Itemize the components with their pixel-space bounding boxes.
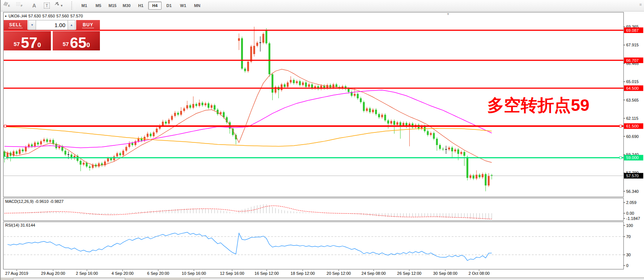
svg-text:65.015: 65.015 [626, 79, 639, 84]
svg-text:70: 70 [626, 234, 631, 239]
ask-prefix: 57 [63, 41, 69, 47]
sell-button[interactable]: SELL [4, 20, 27, 30]
svg-text:0.00: 0.00 [626, 211, 634, 215]
chart-tab[interactable] [200, 278, 644, 280]
svg-text:100: 100 [626, 223, 633, 228]
svg-text:10 Sep 16:00: 10 Sep 16:00 [182, 271, 206, 276]
buy-button[interactable]: BUY [76, 20, 100, 30]
symbol-info: ▲UKOil-,H457.63057.65057.56057.570 [4, 14, 84, 18]
ohlc-low: 57.560 [56, 14, 69, 18]
svg-text:16 Sep 12:00: 16 Sep 12:00 [254, 271, 279, 276]
svg-text:20 Sep 12:00: 20 Sep 12:00 [326, 271, 351, 276]
chart-tab[interactable] [13, 278, 125, 280]
ohlc-high: 57.650 [42, 14, 55, 18]
panel-frames [3, 12, 624, 269]
candlestick-layer [4, 27, 493, 191]
svg-text:18 Sep 12:00: 18 Sep 12:00 [290, 271, 315, 276]
svg-text:-1.1847: -1.1847 [626, 216, 640, 221]
svg-text:0: 0 [626, 263, 628, 268]
svg-text:57.570: 57.570 [626, 174, 639, 178]
symbol-name: UKOil-,H4 [9, 14, 27, 18]
svg-text:30 Sep 08:00: 30 Sep 08:00 [433, 271, 457, 276]
svg-text:27 Aug 2019: 27 Aug 2019 [5, 271, 28, 276]
macd-label: MACD(12,26,9) -0.9610 -0.9827 [5, 199, 64, 204]
ohlc-close: 57.570 [70, 14, 83, 18]
ask-sup: 0 [87, 42, 90, 49]
ask-price-panel[interactable]: 57650 [53, 31, 100, 50]
moving-averages-layer [4, 69, 492, 166]
rsi-label: RSI(14) 31.6144 [5, 223, 35, 227]
gridlines-layer [4, 176, 624, 255]
chart-annotation-text: 多空转折点59 [487, 94, 610, 116]
arrows-icon [54, 1, 60, 6]
svg-text:4 Sep 20:00: 4 Sep 20:00 [111, 271, 133, 276]
bid-sup: 0 [38, 42, 41, 49]
svg-text:69.087: 69.087 [626, 28, 639, 33]
chart-shift-marker-icon[interactable]: ▼ [446, 12, 450, 16]
svg-text:63.565: 63.565 [626, 98, 639, 102]
svg-text:61.500: 61.500 [626, 124, 639, 128]
time-axis: 27 Aug 201929 Aug 20:002 Sep 16:004 Sep … [5, 270, 489, 276]
indicator-hatch-icon [3, 1, 9, 6]
svg-text:2.059: 2.059 [626, 200, 637, 205]
svg-text:66.707: 66.707 [626, 58, 639, 63]
svg-text:29 Aug 20:00: 29 Aug 20:00 [41, 271, 65, 276]
bid-prefix: 57 [14, 41, 20, 47]
svg-text:26 Sep 12:00: 26 Sep 12:00 [397, 271, 421, 276]
chart-tabs-strip [1, 277, 644, 280]
ask-main: 65 [70, 36, 87, 49]
grid-dots-icon [16, 1, 21, 6]
price-axis: 69.36567.91566.46565.01563.56562.11560.6… [624, 24, 643, 268]
svg-text:60.690: 60.690 [626, 134, 639, 139]
trading-terminal-window: 69.36567.91566.46565.01563.56562.11560.6… [0, 0, 644, 280]
ma-fast [4, 69, 492, 166]
ohlc-open: 57.630 [28, 14, 41, 18]
svg-text:30: 30 [626, 253, 631, 257]
svg-text:2 Oct 08:00: 2 Oct 08:00 [469, 271, 490, 276]
svg-text:62.115: 62.115 [626, 116, 638, 121]
svg-text:67.915: 67.915 [626, 43, 639, 47]
volume-increase-button[interactable]: ▲ [68, 20, 75, 30]
svg-text:2 Sep 16:00: 2 Sep 16:00 [76, 271, 98, 276]
bid-price-panel[interactable]: 57570 [4, 31, 51, 50]
svg-text:56.340: 56.340 [626, 189, 639, 194]
svg-text:24 Sep 08:00: 24 Sep 08:00 [361, 271, 386, 276]
bid-main: 57 [21, 36, 38, 49]
svg-text:59.000: 59.000 [626, 155, 639, 160]
svg-text:6 Sep 20:00: 6 Sep 20:00 [147, 271, 169, 276]
expand-arrow-icon[interactable]: ▲ [4, 14, 7, 17]
volume-input[interactable] [36, 20, 68, 30]
one-click-trading-widget: SELL ▼ ▲ BUY 57570 57650 [4, 20, 100, 50]
svg-text:64.500: 64.500 [626, 86, 639, 90]
volume-decrease-button[interactable]: ▼ [28, 20, 36, 30]
svg-text:12 Sep 16:00: 12 Sep 16:00 [220, 271, 244, 276]
